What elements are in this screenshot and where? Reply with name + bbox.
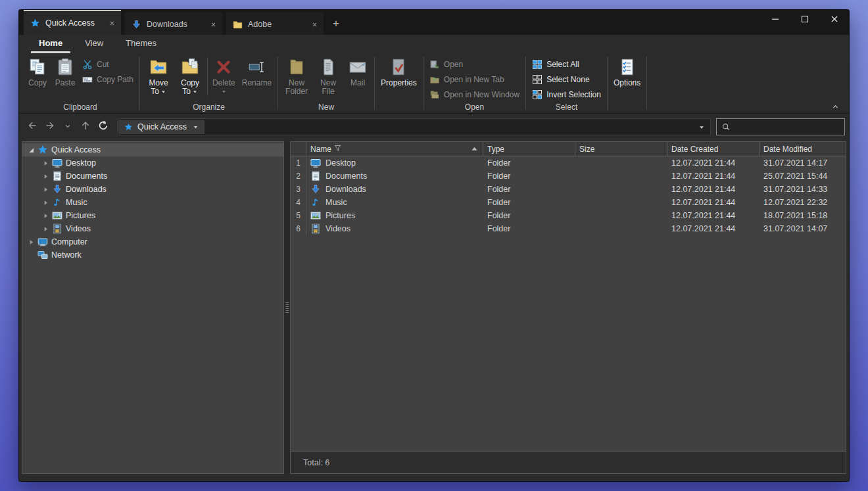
maximize-button[interactable]: [790, 10, 819, 31]
ribbon-separator: [139, 57, 140, 110]
tree-item[interactable]: Pictures: [22, 209, 283, 222]
tree-item[interactable]: Downloads: [22, 183, 283, 196]
minimize-button[interactable]: [760, 10, 790, 31]
tab[interactable]: Downloads: [125, 12, 222, 35]
mail-button[interactable]: Mail: [344, 55, 372, 87]
delete-icon: [213, 57, 234, 78]
address-bar[interactable]: Quick Access: [117, 118, 711, 135]
move-to-button[interactable]: Move To: [143, 55, 174, 96]
tree-item[interactable]: Network: [22, 248, 283, 262]
file-size: [575, 183, 667, 196]
delete-button[interactable]: Delete: [209, 55, 239, 95]
column-header-date-created[interactable]: Date Created: [667, 142, 760, 156]
tree-item-label: Computer: [51, 237, 87, 246]
tree-item[interactable]: Videos: [22, 222, 283, 235]
file-date-modified: 25.07.2021 15:44: [760, 170, 846, 183]
tab-close-icon[interactable]: [308, 18, 321, 31]
expander-expanded-icon[interactable]: [26, 146, 36, 154]
paste-button[interactable]: Paste: [51, 55, 79, 87]
open-in-new-window-button[interactable]: Open in New Window: [426, 87, 523, 102]
rename-button[interactable]: Rename: [239, 55, 275, 87]
file-list-header: Name Type Size Date Created Date Modifie…: [291, 142, 846, 156]
new-folder-button[interactable]: New Folder: [281, 55, 312, 96]
main-area: Quick Access Desktop Documents: [19, 140, 849, 481]
file-row[interactable]: 5 Pictures Folder 12.07.2021 21:44 18.07…: [291, 209, 846, 222]
expander-collapsed-icon[interactable]: [41, 212, 51, 220]
back-button[interactable]: [23, 118, 41, 135]
file-date-modified: 31.07.2021 14:07: [760, 222, 846, 235]
open-in-new-tab-button[interactable]: Open in New Tab: [426, 72, 523, 87]
ribbon-tab[interactable]: Home: [31, 35, 70, 53]
file-size: [575, 170, 667, 183]
select-none-button[interactable]: Select None: [529, 72, 604, 87]
tab-close-icon[interactable]: [105, 16, 118, 30]
ribbon-group-organize: Move To Copy To Delete Rename Organize: [141, 53, 277, 113]
new-tab-button[interactable]: +: [327, 14, 345, 34]
file-date-created: 12.07.2021 21:44: [667, 196, 760, 209]
column-header-size[interactable]: Size: [575, 142, 667, 156]
history-dropdown-button[interactable]: [59, 118, 76, 135]
tab[interactable]: Adobe: [226, 12, 324, 35]
new-file-button[interactable]: New File: [312, 55, 344, 96]
up-button[interactable]: [76, 118, 94, 135]
tree-item[interactable]: Desktop: [22, 156, 283, 170]
column-header-date-modified[interactable]: Date Modified: [760, 142, 846, 156]
file-type: Folder: [483, 222, 575, 235]
file-name: Videos: [326, 224, 350, 233]
file-date-modified: 18.07.2021 15:18: [760, 209, 846, 222]
expander-collapsed-icon[interactable]: [41, 199, 51, 206]
ribbon-separator: [607, 57, 608, 110]
copy-button[interactable]: Copy: [24, 55, 51, 87]
tree-item[interactable]: Music: [22, 196, 283, 209]
videos-icon: [310, 223, 321, 234]
copy-to-button[interactable]: Copy To: [174, 55, 206, 96]
file-row[interactable]: 2 Documents Folder 12.07.2021 21:44 25.0…: [291, 170, 846, 183]
file-row[interactable]: 4 Music Folder 12.07.2021 21:44 12.07.20…: [291, 196, 846, 209]
file-name: Desktop: [326, 158, 356, 168]
file-row[interactable]: 1 Desktop Folder 12.07.2021 21:44 31.07.…: [291, 156, 846, 170]
column-header-type[interactable]: Type: [483, 142, 575, 156]
open-button[interactable]: Open: [426, 57, 523, 72]
pane-splitter[interactable]: [284, 141, 290, 474]
properties-button[interactable]: Properties: [377, 55, 420, 87]
expander-collapsed-icon[interactable]: [41, 172, 51, 180]
expander-icon[interactable]: [26, 251, 36, 259]
copy-icon: [27, 57, 48, 78]
search-input[interactable]: [735, 122, 840, 132]
expander-collapsed-icon[interactable]: [26, 238, 36, 246]
expander-collapsed-icon[interactable]: [41, 225, 51, 233]
file-type: Folder: [483, 196, 575, 209]
cut-button[interactable]: Cut: [79, 57, 137, 72]
tree-item[interactable]: Quick Access: [22, 143, 283, 156]
column-header-name[interactable]: Name: [306, 142, 483, 156]
options-icon: [617, 57, 638, 78]
invert-selection-button[interactable]: Invert Selection: [529, 87, 604, 102]
ribbon-separator: [277, 57, 278, 110]
select-all-button[interactable]: Select All: [529, 57, 604, 72]
expander-collapsed-icon[interactable]: [41, 159, 51, 167]
tree-item[interactable]: Documents: [22, 170, 283, 183]
caret-down-icon[interactable]: [193, 124, 199, 130]
filter-icon[interactable]: [334, 145, 341, 152]
options-button[interactable]: Options: [610, 55, 644, 87]
search-box[interactable]: [716, 118, 845, 135]
close-button[interactable]: [819, 10, 849, 31]
address-dropdown-icon[interactable]: [698, 124, 705, 131]
forward-button[interactable]: [41, 118, 59, 135]
ribbon-tab[interactable]: Themes: [118, 35, 164, 53]
file-row[interactable]: 6 Videos Folder 12.07.2021 21:44 31.07.2…: [291, 222, 846, 235]
tree-item-label: Videos: [66, 224, 91, 233]
up-arrow-icon: [80, 120, 91, 133]
file-row[interactable]: 3 Downloads Folder 12.07.2021 21:44 31.0…: [291, 183, 846, 196]
breadcrumb[interactable]: Quick Access: [118, 120, 205, 134]
ribbon-tab[interactable]: View: [77, 35, 111, 53]
search-icon: [721, 122, 731, 131]
collapse-ribbon-button[interactable]: [828, 101, 842, 112]
tab-close-icon[interactable]: [206, 18, 220, 31]
file-date-created: 12.07.2021 21:44: [667, 209, 760, 222]
tree-item[interactable]: Computer: [22, 235, 283, 248]
expander-collapsed-icon[interactable]: [41, 185, 51, 193]
refresh-button[interactable]: [94, 118, 112, 135]
tab[interactable]: Quick Access: [24, 10, 121, 35]
copy-path-button[interactable]: W Copy Path: [79, 72, 137, 87]
